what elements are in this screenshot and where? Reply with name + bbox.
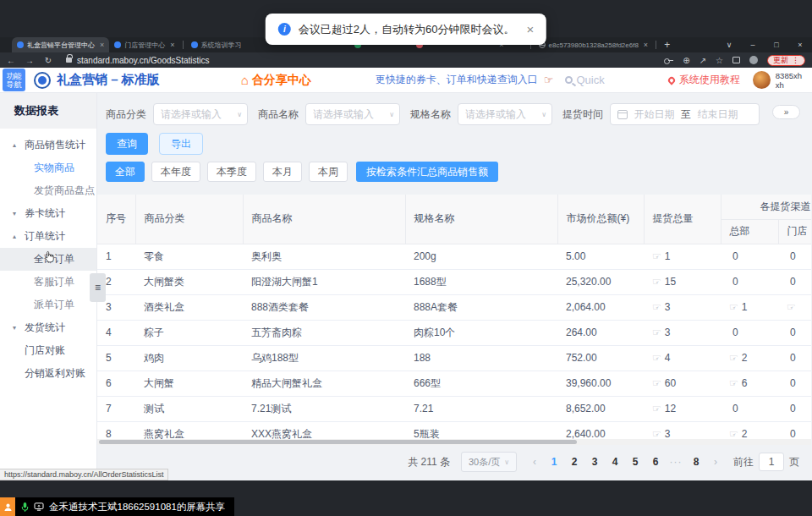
range-tab-all[interactable]: 全部 xyxy=(106,162,145,182)
kebab-menu-icon[interactable]: ⋮ xyxy=(792,56,799,64)
window-maximize-button[interactable]: □ xyxy=(765,41,788,49)
cell-pickup-total[interactable]: ☞60 xyxy=(644,371,721,396)
sidebar-item-store-reconciliation[interactable]: 门店对账 xyxy=(0,339,96,362)
expand-filters-button[interactable]: » xyxy=(772,105,800,119)
cell-store[interactable]: ☞ xyxy=(778,294,811,320)
window-minimize-button[interactable]: – xyxy=(741,41,765,49)
page-ellipsis[interactable]: ··· xyxy=(666,456,686,468)
browser-tab-store[interactable]: 门店管理中心 × xyxy=(109,37,179,52)
tab-close-icon[interactable]: × xyxy=(170,41,174,49)
page-size-select[interactable]: 30条/页 ∨ xyxy=(461,452,517,472)
cell-hq[interactable]: ☞6 xyxy=(721,371,778,396)
start-date-input[interactable] xyxy=(631,108,678,120)
cell-store[interactable]: 0 xyxy=(778,269,811,294)
cell-pickup-total[interactable]: ☞15 xyxy=(644,269,721,294)
chrome-update-button[interactable]: 更新 ⋮ xyxy=(767,55,805,66)
quick-search-label[interactable]: Quick xyxy=(576,74,604,86)
profile-avatar-icon[interactable] xyxy=(749,56,758,64)
page-number-1[interactable]: 1 xyxy=(544,456,564,468)
tab-close-icon[interactable]: × xyxy=(644,41,648,49)
cell-store[interactable]: 0 xyxy=(778,396,811,421)
cell-pickup-total[interactable]: ☞4 xyxy=(644,345,721,371)
bookmark-star-icon[interactable]: ☆ xyxy=(716,56,723,65)
function-nav-button[interactable]: 功能 导航 xyxy=(3,69,25,91)
cell-pickup-total[interactable]: ☞3 xyxy=(644,421,721,439)
next-page-button[interactable]: › xyxy=(706,456,725,468)
window-close-button[interactable]: × xyxy=(788,41,812,49)
horizontal-scrollbar[interactable] xyxy=(97,439,811,445)
range-tab-week[interactable]: 本周 xyxy=(309,162,348,182)
tab-close-icon[interactable]: × xyxy=(100,41,104,49)
cell-pickup-total[interactable]: ☞3 xyxy=(644,294,721,320)
sidebar-item-shipment-inventory[interactable]: 发货商品盘点 xyxy=(0,179,96,202)
search-icon[interactable] xyxy=(565,76,573,84)
share-center-link[interactable]: ⌂ 合分享中心 xyxy=(241,73,311,88)
sidebar-collapse-handle[interactable]: ≡ xyxy=(90,273,106,302)
name-select[interactable]: ∨ xyxy=(305,103,400,125)
prev-page-button[interactable]: ‹ xyxy=(525,456,544,468)
cell-store[interactable]: 0 xyxy=(778,345,811,371)
reload-icon[interactable]: ↻ xyxy=(39,56,58,65)
cell-hq[interactable]: 0 xyxy=(721,269,778,294)
range-tab-year[interactable]: 本年度 xyxy=(151,162,200,182)
browser-tab-goods[interactable]: 礼盒营销平台管理中心 × xyxy=(12,37,109,52)
forward-icon[interactable]: → xyxy=(20,56,39,65)
cell-store[interactable]: 0 xyxy=(778,371,811,396)
browser-tab-hash[interactable]: e8c573980b1328a258fd2e6f8 × xyxy=(534,37,654,52)
browser-tab-training[interactable]: 系统培训学习 xyxy=(186,37,247,52)
cell-hq[interactable]: ☞2 xyxy=(721,345,778,371)
page-number-3[interactable]: 3 xyxy=(584,456,605,468)
sidebar-item-physical-goods[interactable]: 实物商品 xyxy=(0,156,96,179)
page-number-4[interactable]: 4 xyxy=(605,456,625,468)
tab-search-icon[interactable]: ∨ xyxy=(717,41,741,49)
cell-store[interactable]: 0 xyxy=(778,320,811,345)
share-icon[interactable]: ↗ xyxy=(700,56,706,65)
cell-store[interactable]: 0 xyxy=(778,421,811,439)
category-input[interactable] xyxy=(161,108,232,120)
page-number-2[interactable]: 2 xyxy=(564,456,584,468)
side-panel-icon[interactable] xyxy=(732,57,740,63)
end-date-input[interactable] xyxy=(694,108,741,120)
name-input[interactable] xyxy=(313,108,384,120)
range-tab-month[interactable]: 本月 xyxy=(263,162,302,182)
cell-hq[interactable]: 0 xyxy=(721,396,778,421)
spec-select[interactable]: ∨ xyxy=(458,103,552,125)
cell-store[interactable]: 0 xyxy=(778,244,811,269)
export-button[interactable]: 导出 xyxy=(159,133,203,155)
close-icon[interactable]: × xyxy=(526,22,534,36)
cell-hq[interactable]: 0 xyxy=(721,244,778,269)
back-icon[interactable]: ← xyxy=(2,56,20,65)
sidebar-item-rebate-reconciliation[interactable]: 分销返利对账 xyxy=(0,362,96,385)
page-number-6[interactable]: 6 xyxy=(645,456,666,468)
password-key-icon[interactable] xyxy=(664,58,673,63)
sidebar-group-shipment-stats[interactable]: ▾ 发货统计 xyxy=(0,316,96,339)
cell-hq[interactable]: ☞2 xyxy=(721,421,778,439)
sidebar-item-label: 门店对账 xyxy=(25,343,65,358)
cell-pickup-total[interactable]: ☞12 xyxy=(644,396,721,421)
goto-page-input[interactable] xyxy=(759,453,784,471)
date-range-picker[interactable]: 至 xyxy=(610,103,760,125)
sidebar-group-goods-stats[interactable]: ▴ 商品销售统计 xyxy=(0,134,96,156)
scrollbar-thumb[interactable] xyxy=(99,440,577,444)
sidebar-group-coupon-stats[interactable]: ▾ 券卡统计 xyxy=(0,202,96,225)
url-text[interactable]: standard.maboy.cn/GoodsStatistics xyxy=(77,56,210,65)
page-number-5[interactable]: 5 xyxy=(625,456,645,468)
query-button[interactable]: 查询 xyxy=(106,133,148,155)
cell-pickup-total[interactable]: ☞1 xyxy=(644,244,721,269)
cell-hq[interactable]: ☞1 xyxy=(721,294,778,320)
spec-input[interactable] xyxy=(465,108,536,120)
new-tab-button[interactable]: + xyxy=(664,39,670,51)
cell-hq[interactable]: 0 xyxy=(721,320,778,345)
range-tab-quarter[interactable]: 本季度 xyxy=(207,162,256,182)
tutorial-link[interactable]: 系统使用教程 xyxy=(668,73,740,87)
sidebar-item-service-orders[interactable]: 客服订单 xyxy=(0,271,96,294)
category-select[interactable]: ∨ xyxy=(153,103,248,125)
zoom-icon[interactable]: ⊕ xyxy=(683,56,689,65)
page-number-8[interactable]: 8 xyxy=(686,456,706,468)
cell-pickup-total[interactable]: ☞3 xyxy=(644,320,721,345)
sidebar-item-dispatch-orders[interactable]: 派单订单 xyxy=(0,294,96,316)
summary-by-criteria-button[interactable]: 按检索条件汇总商品销售额 xyxy=(356,162,498,182)
user-avatar[interactable] xyxy=(753,71,771,89)
quick-entry-link[interactable]: 更快捷的券卡、订单和快递查询入口 xyxy=(376,73,538,87)
sidebar-group-order-stats[interactable]: ▴ 订单统计 xyxy=(0,225,96,248)
